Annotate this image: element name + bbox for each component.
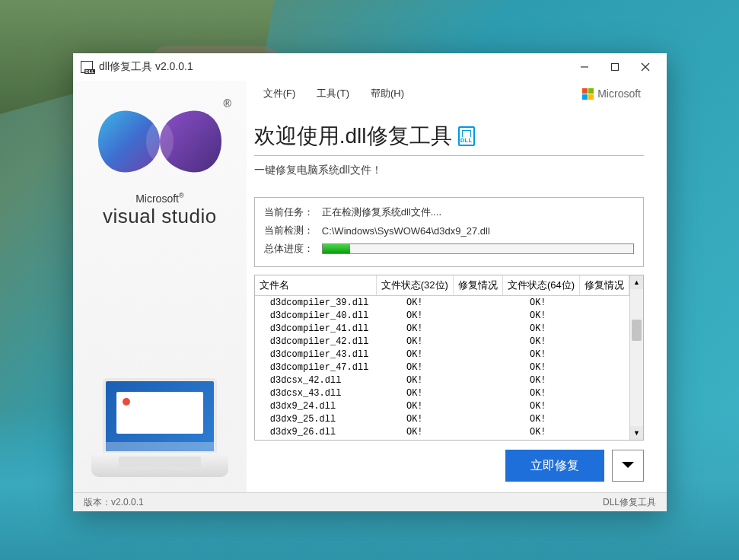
laptop-illustration [91, 378, 228, 485]
maximize-button[interactable] [600, 56, 630, 78]
page-subtitle: 一键修复电脑系统dll文件！ [254, 164, 644, 177]
main-panel: 文件(F) 工具(T) 帮助(H) Microsoft 欢迎使用.dll修复工具… [247, 81, 667, 492]
svg-rect-1 [612, 64, 619, 71]
microsoft-label: Microsoft® [135, 192, 183, 205]
chevron-down-icon [622, 462, 634, 474]
visual-studio-label: visual studio [103, 205, 217, 228]
minimize-button[interactable] [569, 56, 600, 78]
app-window: dll修复工具 v2.0.0.1 ® [73, 53, 667, 511]
microsoft-brand: Microsoft [582, 88, 644, 100]
table-row[interactable]: d3dcompiler_43.dllOK!OK! [255, 348, 629, 361]
table-row[interactable]: d3dcompiler_41.dllOK!OK! [255, 322, 629, 335]
version-label: 版本：v2.0.0.1 [84, 496, 144, 509]
dll-badge-icon: DLL [458, 126, 475, 146]
progress-bar [322, 243, 634, 254]
check-label: 当前检测： [264, 224, 322, 237]
scroll-up-button[interactable]: ▲ [630, 275, 643, 289]
registered-mark-icon: ® [224, 97, 231, 110]
table-row[interactable]: d3dcompiler_40.dllOK!OK! [255, 309, 629, 322]
table-row[interactable]: d3dx9_24.dllOK!OK! [255, 399, 629, 412]
status-panel: 当前任务： 正在检测修复系统dll文件.... 当前检测： C:\Windows… [254, 197, 644, 267]
check-value: C:\Windows\SysWOW64\d3dx9_27.dll [322, 225, 490, 237]
task-label: 当前任务： [264, 205, 322, 219]
scrollbar[interactable]: ▲ ▼ [629, 275, 643, 440]
table-header: 文件名 文件状态(32位) 修复情况 文件状态(64位) 修复情况 [255, 275, 629, 296]
close-button[interactable] [630, 56, 661, 78]
file-table: 文件名 文件状态(32位) 修复情况 文件状态(64位) 修复情况 d3dcom… [254, 275, 644, 441]
col-repair64[interactable]: 修复情况 [580, 275, 629, 295]
product-label: DLL修复工具 [603, 496, 656, 509]
col-filename[interactable]: 文件名 [255, 275, 377, 295]
statusbar: 版本：v2.0.0.1 DLL修复工具 [73, 492, 667, 511]
table-row[interactable]: d3dcsx_43.dllOK!OK! [255, 387, 629, 399]
menu-tools[interactable]: 工具(T) [306, 83, 360, 104]
page-title: 欢迎使用.dll修复工具 DLL [254, 122, 644, 151]
microsoft-logo-icon [582, 88, 594, 100]
table-row[interactable]: d3dcompiler_47.dllOK!OK! [255, 361, 629, 374]
table-body: d3dcompiler_39.dllOK!OK!d3dcompiler_40.d… [255, 296, 629, 440]
menubar: 文件(F) 工具(T) 帮助(H) Microsoft [247, 81, 644, 107]
col-status64[interactable]: 文件状态(64位) [503, 275, 580, 295]
window-controls [569, 56, 661, 78]
menu-file[interactable]: 文件(F) [253, 83, 307, 104]
scroll-track[interactable] [630, 289, 643, 426]
task-value: 正在检测修复系统dll文件.... [322, 205, 441, 219]
table-row[interactable]: d3dcompiler_39.dllOK!OK! [255, 296, 629, 309]
titlebar[interactable]: dll修复工具 v2.0.0.1 [73, 53, 667, 81]
expand-button[interactable] [612, 450, 644, 482]
app-icon [81, 61, 93, 73]
menu-help[interactable]: 帮助(H) [360, 83, 415, 104]
table-row[interactable]: d3dx9_26.dllOK!OK! [255, 425, 629, 438]
progress-label: 总体进度： [264, 242, 322, 256]
visual-studio-logo: ® [91, 103, 228, 180]
sidebar: ® Microsoft® visual studio [73, 81, 247, 492]
svg-point-4 [146, 121, 174, 162]
repair-button[interactable]: 立即修复 [505, 450, 604, 482]
col-repair32[interactable]: 修复情况 [454, 275, 503, 295]
table-row[interactable]: d3dx9_27.dll [255, 438, 629, 440]
table-row[interactable]: d3dcsx_42.dllOK!OK! [255, 374, 629, 387]
table-row[interactable]: d3dx9_25.dllOK!OK! [255, 412, 629, 425]
table-row[interactable]: d3dcompiler_42.dllOK!OK! [255, 335, 629, 348]
col-status32[interactable]: 文件状态(32位) [377, 275, 454, 295]
scroll-down-button[interactable]: ▼ [630, 426, 643, 440]
action-row: 立即修复 [254, 450, 644, 482]
scroll-thumb[interactable] [632, 320, 642, 341]
hero: 欢迎使用.dll修复工具 DLL 一键修复电脑系统dll文件！ [247, 107, 644, 186]
window-title: dll修复工具 v2.0.0.1 [99, 60, 569, 74]
